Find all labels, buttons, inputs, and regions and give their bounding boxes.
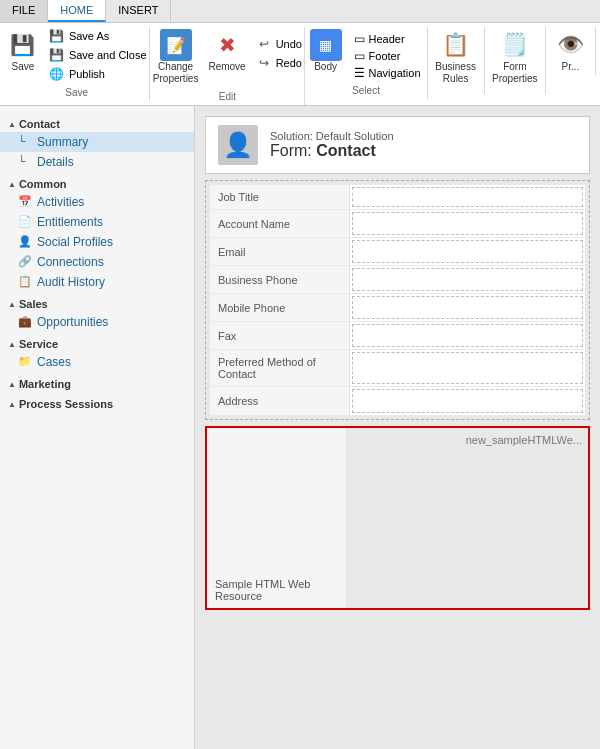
business-rules-button[interactable]: 📋 BusinessRules bbox=[431, 27, 480, 87]
ribbon-group-edit: 📝 ChangeProperties ✖ Remove ↩ Undo ↪ Red… bbox=[150, 27, 305, 105]
preferred-contact-label: Preferred Method ofContact bbox=[210, 350, 350, 386]
mobile-phone-input[interactable] bbox=[352, 296, 583, 319]
sales-section-title: Sales bbox=[0, 292, 194, 312]
sidebar-item-audit-history[interactable]: 📋 Audit History bbox=[0, 272, 194, 292]
email-input[interactable] bbox=[352, 240, 583, 263]
avatar: 👤 bbox=[218, 125, 258, 165]
business-rules-icon: 📋 bbox=[440, 29, 472, 61]
fax-input[interactable] bbox=[352, 324, 583, 347]
opportunities-icon: 💼 bbox=[18, 315, 32, 329]
activities-icon: 📅 bbox=[18, 195, 32, 209]
form-row-email: Email bbox=[210, 238, 585, 266]
footer-button[interactable]: ▭ Footer bbox=[348, 48, 427, 64]
redo-button[interactable]: ↪ Redo bbox=[252, 54, 306, 72]
entitlements-icon: 📄 bbox=[18, 215, 32, 229]
html-resource-content: new_sampleHTMLWe... bbox=[347, 428, 588, 608]
job-title-input[interactable] bbox=[352, 187, 583, 207]
change-properties-button[interactable]: 📝 ChangeProperties bbox=[149, 27, 203, 87]
body-label: Body bbox=[314, 61, 337, 73]
contact-section-title: Contact bbox=[0, 112, 194, 132]
solution-label: Solution: Default Solution bbox=[270, 130, 394, 142]
preview-button[interactable]: 👁️ Pr... bbox=[551, 27, 591, 75]
preferred-contact-input[interactable] bbox=[352, 352, 583, 384]
form-row-fax: Fax bbox=[210, 322, 585, 350]
select-group-label: Select bbox=[352, 83, 380, 99]
save-label: Save bbox=[11, 61, 34, 73]
ribbon-group-form-properties: 🗒️ FormProperties bbox=[485, 27, 546, 94]
navigation-button[interactable]: ☰ Navigation bbox=[348, 65, 427, 81]
sidebar-label-opportunities: Opportunities bbox=[37, 315, 108, 329]
save-button[interactable]: 💾 Save bbox=[3, 27, 43, 75]
details-icon: └ bbox=[18, 155, 32, 169]
ribbon-tabs: FILE HOME INSERT bbox=[0, 0, 600, 23]
save-as-icon: 💾 bbox=[49, 28, 65, 44]
save-group-label: Save bbox=[65, 85, 88, 101]
sidebar-item-social-profiles[interactable]: 👤 Social Profiles bbox=[0, 232, 194, 252]
publish-button[interactable]: 🌐 Publish bbox=[45, 65, 151, 83]
header-icon: ▭ bbox=[354, 32, 365, 46]
sidebar-item-entitlements[interactable]: 📄 Entitlements bbox=[0, 212, 194, 232]
header-button[interactable]: ▭ Header bbox=[348, 31, 427, 47]
form-fields-wrapper: Job Title Account Name Email Business Ph… bbox=[205, 180, 590, 420]
ribbon-group-preview: 👁️ Pr... bbox=[546, 27, 596, 75]
ribbon: FILE HOME INSERT 💾 Save 💾 Save As 💾 bbox=[0, 0, 600, 106]
save-icon: 💾 bbox=[7, 29, 39, 61]
sidebar-label-summary: Summary bbox=[37, 135, 88, 149]
tab-home[interactable]: HOME bbox=[48, 0, 106, 22]
html-resource-label: Sample HTML Web Resource bbox=[207, 428, 347, 608]
form-section: Job Title Account Name Email Business Ph… bbox=[210, 185, 585, 415]
form-row-mobile-phone: Mobile Phone bbox=[210, 294, 585, 322]
change-properties-icon: 📝 bbox=[160, 29, 192, 61]
sidebar-label-audit-history: Audit History bbox=[37, 275, 105, 289]
summary-icon: └ bbox=[18, 135, 32, 149]
connections-icon: 🔗 bbox=[18, 255, 32, 269]
undo-button[interactable]: ↩ Undo bbox=[252, 35, 306, 53]
change-properties-label: ChangeProperties bbox=[153, 61, 199, 85]
sidebar-label-connections: Connections bbox=[37, 255, 104, 269]
form-properties-button[interactable]: 🗒️ FormProperties bbox=[488, 27, 542, 87]
ribbon-group-business-rules: 📋 BusinessRules bbox=[428, 27, 485, 94]
save-close-button[interactable]: 💾 Save and Close bbox=[45, 46, 151, 64]
marketing-section-title: Marketing bbox=[0, 372, 194, 392]
sidebar-item-details[interactable]: └ Details bbox=[0, 152, 194, 172]
sidebar-item-connections[interactable]: 🔗 Connections bbox=[0, 252, 194, 272]
sidebar-item-cases[interactable]: 📁 Cases bbox=[0, 352, 194, 372]
mobile-phone-label: Mobile Phone bbox=[210, 294, 350, 321]
form-properties-label: FormProperties bbox=[492, 61, 538, 85]
sidebar-item-summary[interactable]: └ Summary bbox=[0, 132, 194, 152]
sidebar-label-social-profiles: Social Profiles bbox=[37, 235, 113, 249]
tab-insert[interactable]: INSERT bbox=[106, 0, 171, 22]
form-row-preferred-contact: Preferred Method ofContact bbox=[210, 350, 585, 387]
address-input[interactable] bbox=[352, 389, 583, 413]
save-close-icon: 💾 bbox=[49, 47, 65, 63]
undo-icon: ↩ bbox=[256, 36, 272, 52]
business-phone-input[interactable] bbox=[352, 268, 583, 291]
form-row-job-title: Job Title bbox=[210, 185, 585, 210]
social-profiles-icon: 👤 bbox=[18, 235, 32, 249]
remove-button[interactable]: ✖ Remove bbox=[204, 27, 249, 75]
form-header: 👤 Solution: Default Solution Form: Conta… bbox=[205, 116, 590, 174]
form-header-text: Solution: Default Solution Form: Contact bbox=[270, 130, 394, 160]
form-name-value: Contact bbox=[316, 142, 376, 159]
sidebar-item-activities[interactable]: 📅 Activities bbox=[0, 192, 194, 212]
sidebar: Contact └ Summary └ Details Common 📅 Act… bbox=[0, 106, 195, 749]
form-name: Form: Contact bbox=[270, 142, 394, 160]
save-as-button[interactable]: 💾 Save As bbox=[45, 27, 151, 45]
body-button[interactable]: ▦ Body bbox=[306, 27, 346, 75]
navigation-icon: ☰ bbox=[354, 66, 365, 80]
address-label: Address bbox=[210, 387, 350, 415]
service-section-title: Service bbox=[0, 332, 194, 352]
publish-icon: 🌐 bbox=[49, 66, 65, 82]
job-title-label: Job Title bbox=[210, 185, 350, 209]
account-name-input[interactable] bbox=[352, 212, 583, 235]
ribbon-content: 💾 Save 💾 Save As 💾 Save and Close 🌐 Publ… bbox=[0, 23, 600, 105]
preview-label: Pr... bbox=[562, 61, 580, 73]
save-split-group: 💾 Save As 💾 Save and Close 🌐 Publish bbox=[45, 27, 151, 83]
ribbon-group-save: 💾 Save 💾 Save As 💾 Save and Close 🌐 Publ… bbox=[4, 27, 150, 101]
form-properties-icon: 🗒️ bbox=[499, 29, 531, 61]
preview-icon: 👁️ bbox=[555, 29, 587, 61]
redo-icon: ↪ bbox=[256, 55, 272, 71]
tab-file[interactable]: FILE bbox=[0, 0, 48, 22]
ribbon-group-select: ▦ Body ▭ Header ▭ Footer ☰ Navigation bbox=[305, 27, 427, 99]
sidebar-item-opportunities[interactable]: 💼 Opportunities bbox=[0, 312, 194, 332]
